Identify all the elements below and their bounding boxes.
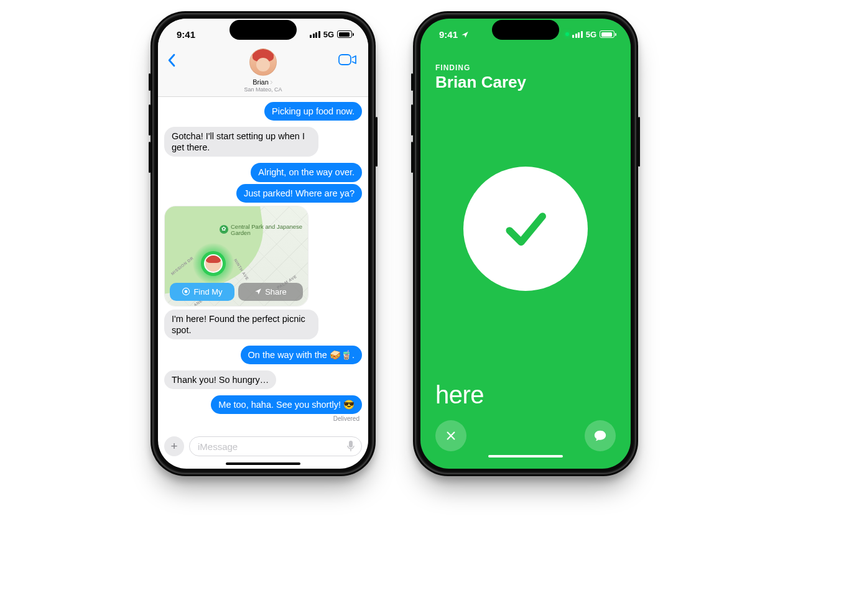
found-indicator [463,167,588,291]
contact-name-button[interactable]: Brian [253,78,274,86]
battery-icon [600,30,614,38]
finding-eyebrow: FINDING [435,63,616,72]
svg-point-2 [185,290,188,293]
status-time: 9:41 [177,29,195,40]
location-services-icon [461,30,469,39]
message-input[interactable]: iMessage [189,436,362,456]
dynamic-island [492,20,559,40]
close-icon [445,430,457,441]
findmy-icon [182,287,190,296]
svg-rect-3 [349,441,353,448]
battery-icon [337,30,352,38]
message-in[interactable]: Thank you! So hungry… [164,370,276,389]
park-icon: ✿ [220,225,228,234]
network-label: 5G [586,30,596,39]
signal-icon [310,31,320,38]
finding-name: Brian Carey [435,73,616,92]
contact-location-label: San Mateo, CA [244,86,282,93]
home-indicator[interactable] [226,462,300,465]
distance-label: here [435,381,616,409]
contact-avatar[interactable] [249,48,277,76]
network-label: 5G [323,30,334,39]
phone-findmy: 9:41 5G FINDING Brian Carey [413,11,638,476]
message-out[interactable]: Picking up food now. [264,102,362,121]
message-button[interactable] [585,420,616,451]
svg-rect-0 [339,55,351,65]
signal-icon [572,31,583,38]
map-preview[interactable]: MISSION DR NINTH AVE PALM AVE LANE AVE ✿… [165,206,308,306]
facetime-button[interactable] [338,53,357,68]
location-attachment[interactable]: MISSION DR NINTH AVE PALM AVE LANE AVE ✿… [164,206,308,306]
message-in[interactable]: Gotcha! I'll start setting up when I get… [164,127,318,157]
dictation-icon[interactable] [346,440,355,453]
checkmark-icon [499,202,552,255]
back-button[interactable] [167,53,176,70]
privacy-indicator-icon [565,32,569,36]
message-in[interactable]: I'm here! Found the perfect picnic spot. [164,310,318,339]
dynamic-island [230,20,297,40]
message-input-bar: + iMessage [158,433,368,460]
message-out[interactable]: On the way with the 🥪🧋. [241,346,362,364]
close-button[interactable] [435,420,466,451]
home-indicator[interactable] [488,455,563,457]
map-poi-label: ✿ Central Park and Japanese Garden [231,224,308,237]
chevron-right-icon [269,80,274,85]
message-out[interactable]: Alright, on the way over. [251,163,362,182]
phone-messages: 9:41 5G [151,11,376,476]
message-out[interactable]: Me too, haha. See you shortly! 😎 [211,395,362,414]
message-icon [593,429,607,443]
status-time: 9:41 [439,29,458,40]
find-my-button[interactable]: Find My [170,283,234,301]
delivered-label: Delivered [333,415,362,422]
add-attachment-button[interactable]: + [164,436,184,456]
share-button[interactable]: Share [238,283,303,301]
message-thread[interactable]: Picking up food now. Gotcha! I'll start … [158,97,368,433]
message-out[interactable]: Just parked! Where are ya? [236,184,362,203]
location-arrow-icon [254,288,262,295]
